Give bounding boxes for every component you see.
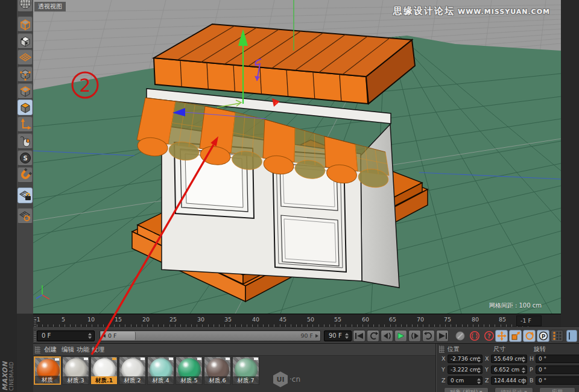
header-rotation: 旋转 xyxy=(534,345,546,353)
used-marker xyxy=(169,358,173,360)
viewport-3d[interactable]: 透视视图 思缘设计论坛 WWW.MISSYUAN.COM 网格间距 : 100 … xyxy=(33,0,561,314)
transport-grip[interactable] xyxy=(34,330,36,341)
watermark: 思缘设计论坛 WWW.MISSYUAN.COM xyxy=(393,5,550,17)
viewport-solo-icon[interactable] xyxy=(17,133,33,149)
goto-end-button[interactable] xyxy=(436,330,449,342)
record-position-toggle[interactable] xyxy=(495,330,508,342)
endframe-stepper[interactable] xyxy=(345,333,349,339)
material-menu-grip[interactable] xyxy=(35,346,40,353)
used-marker xyxy=(226,358,230,360)
next-key-button[interactable] xyxy=(408,330,421,342)
stepper[interactable] xyxy=(522,367,526,373)
menu-function[interactable]: 功能 xyxy=(77,346,89,354)
workplane-lock-icon[interactable] xyxy=(17,188,33,203)
animation-toolbar: 0 F 0 F 90 F 90 F xyxy=(33,327,579,344)
slider-end-label: 90 F xyxy=(300,332,313,340)
used-marker xyxy=(112,358,116,360)
timeline-ruler[interactable]: -1 5 10 15 20 25 30 35 40 45 50 55 60 65… xyxy=(33,314,561,327)
stepper[interactable] xyxy=(477,356,481,362)
axis-label: B xyxy=(530,377,534,384)
coords-grip[interactable] xyxy=(439,346,445,353)
tick-label: 35 xyxy=(222,316,234,323)
material-item[interactable]: 材质.6 xyxy=(204,356,231,385)
material-item[interactable]: 材质.7 xyxy=(232,356,259,385)
brand-cinema4d: CINEMA4D xyxy=(8,343,14,391)
play-button[interactable] xyxy=(394,330,407,342)
material-item[interactable]: 材质.1 xyxy=(90,356,118,385)
pos-x-field[interactable]: -2.736 cm xyxy=(448,355,482,363)
material-item[interactable]: 材质 xyxy=(34,356,61,385)
tick-label: 70 xyxy=(414,316,426,323)
soft-selection-icon[interactable]: S xyxy=(17,150,33,166)
used-marker xyxy=(55,358,59,361)
watermark-url: WWW.MISSYUAN.COM xyxy=(458,8,550,16)
record-point-level-toggle[interactable] xyxy=(551,330,563,342)
viewport-label[interactable]: 透视视图 xyxy=(34,2,66,11)
texture-mode-icon[interactable] xyxy=(17,33,33,49)
right-spacer xyxy=(561,0,579,314)
rot-p-field[interactable]: 0 ° xyxy=(536,365,579,374)
size-z-field[interactable]: 124.444 cm xyxy=(491,376,527,385)
loop-forward-button[interactable] xyxy=(422,330,435,342)
ui-hex-badge: UI xyxy=(273,371,288,387)
material-item[interactable]: 材质.2 xyxy=(119,356,146,385)
loop-back-button[interactable] xyxy=(367,330,379,342)
rot-b-field[interactable]: 0 ° xyxy=(536,376,579,385)
record-rotation-toggle[interactable] xyxy=(523,330,536,342)
axis-label: Y xyxy=(441,366,445,373)
menu-texture[interactable]: 纹理 xyxy=(92,346,104,354)
mode-dropdown[interactable]: 对象 (相对) ▾ xyxy=(444,387,489,392)
keyframe-disabled-button[interactable] xyxy=(454,330,466,342)
axis-label: Z xyxy=(485,377,489,384)
axis-mode-icon[interactable] xyxy=(17,116,33,132)
tick-label: -1 xyxy=(33,316,42,323)
rot-h-field[interactable]: 0 ° xyxy=(536,355,579,363)
pos-z-field[interactable]: 0 cm xyxy=(448,376,482,385)
edge-mode-icon[interactable] xyxy=(17,83,33,99)
end-frame-field[interactable]: 90 F xyxy=(324,330,352,341)
timeline-slider-handle[interactable]: 0 F xyxy=(101,332,136,340)
record-parameter-toggle[interactable]: P xyxy=(537,330,549,342)
material-item[interactable]: 材质.3 xyxy=(62,356,89,385)
record-keyframe-button[interactable] xyxy=(468,330,481,342)
stepper[interactable] xyxy=(522,356,526,362)
autokey-help-button[interactable]: ? xyxy=(482,330,495,342)
goto-start-button[interactable] xyxy=(353,330,365,342)
left-rail: MAXON CINEMA4D xyxy=(0,0,17,392)
coord-row-y: Y -3.222 cm Y 6.652 cm P 0 ° xyxy=(439,365,579,374)
size-x-field[interactable]: 55.649 cm xyxy=(491,355,527,363)
previous-key-button[interactable] xyxy=(381,330,393,342)
brand-maxon: MAXON xyxy=(2,343,8,391)
header-size: 尺寸 xyxy=(493,345,505,353)
used-marker xyxy=(197,358,201,360)
frame-stepper[interactable] xyxy=(88,333,92,339)
timeline-slider[interactable]: 0 F 90 F xyxy=(100,330,321,341)
material-item[interactable]: 材质.4 xyxy=(147,356,174,385)
menu-create[interactable]: 创建 xyxy=(44,346,57,354)
snap-icon[interactable] xyxy=(17,167,33,183)
current-frame-field[interactable]: 0 F xyxy=(37,330,95,341)
tick-label: 45 xyxy=(277,316,289,323)
pos-y-field[interactable]: -3.222 cm xyxy=(448,365,482,374)
scene-canvas xyxy=(33,0,561,314)
model-mode-icon[interactable] xyxy=(17,16,33,32)
size-mode-dropdown[interactable]: 绝对尺寸 ▾ xyxy=(495,387,533,392)
material-item[interactable]: 材质.5 xyxy=(176,356,203,385)
workplane-rotate-icon[interactable] xyxy=(17,208,33,224)
apply-button[interactable]: 应用 xyxy=(539,387,575,392)
record-scale-toggle[interactable] xyxy=(509,330,522,342)
tick-label: 75 xyxy=(441,316,454,323)
menu-edit[interactable]: 编辑 xyxy=(62,346,74,354)
tick-label: 80 xyxy=(469,316,481,323)
workplane-mode-icon[interactable] xyxy=(17,49,33,65)
stepper[interactable] xyxy=(477,367,481,373)
stepper[interactable] xyxy=(522,378,526,384)
material-label: 材质.7 xyxy=(233,376,259,384)
polygon-mode-icon[interactable] xyxy=(17,100,33,115)
render-view-icon[interactable] xyxy=(17,0,33,12)
point-mode-icon[interactable] xyxy=(17,66,33,82)
stepper[interactable] xyxy=(477,378,481,384)
material-label: 材质.5 xyxy=(176,376,202,384)
clipped-toggle[interactable] xyxy=(566,330,577,342)
size-y-field[interactable]: 6.652 cm xyxy=(491,365,527,374)
